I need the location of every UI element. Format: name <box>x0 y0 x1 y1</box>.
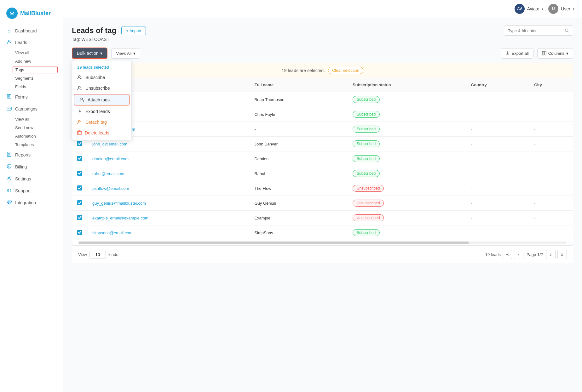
row-checkbox-cell[interactable] <box>72 151 87 166</box>
clear-selection-button[interactable]: Clear selection <box>328 67 363 74</box>
pagination-next-button[interactable]: › <box>546 250 556 259</box>
table-row: simpsons@email.com SimpSons Subscribed -… <box>72 225 573 240</box>
dropdown-selected-count: 19 leads selected <box>72 62 131 72</box>
dropdown-detach-tag[interactable]: Detach tag <box>72 117 131 128</box>
sidebar-sub-view-all-campaigns[interactable]: View all <box>0 115 63 123</box>
dropdown-subscribe[interactable]: Subscribe <box>72 72 131 83</box>
pagination-prev-button[interactable]: ‹ <box>514 250 523 259</box>
row-checkbox[interactable] <box>77 200 82 205</box>
dropdown-unsubscribe[interactable]: Unsubscribe <box>72 83 131 94</box>
row-checkbox[interactable] <box>77 141 82 146</box>
row-city: - <box>529 225 573 240</box>
email-link[interactable]: example_email@example.com <box>92 216 148 220</box>
email-link[interactable]: simpsons@email.com <box>92 230 132 235</box>
row-country: - <box>466 92 529 107</box>
sidebar-item-billing[interactable]: $ Billing <box>0 161 63 173</box>
table-row: psnflow@email.com The Flow Unsubscribed … <box>72 181 573 196</box>
email-link[interactable]: psnflow@email.com <box>92 186 129 191</box>
logo: MailBluster <box>0 5 63 25</box>
sidebar: MailBluster ⌂ Dashboard Leads View all A… <box>0 0 63 392</box>
row-name: Chris Fayle <box>249 107 348 122</box>
sidebar-item-support[interactable]: Support <box>0 185 63 197</box>
table-row: example_email@example.com Example Unsubs… <box>72 211 573 225</box>
status-badge: Unsubscribed <box>353 214 384 221</box>
sidebar-item-dashboard[interactable]: ⌂ Dashboard <box>0 25 63 37</box>
row-checkbox[interactable] <box>77 215 82 220</box>
view-filter-button[interactable]: View: All ▾ <box>111 48 140 59</box>
sidebar-sub-segments[interactable]: Segments <box>0 74 63 82</box>
scrollbar-thumb <box>78 241 469 244</box>
sidebar-sub-add-new[interactable]: Add new <box>0 57 63 65</box>
bulk-action-button[interactable]: Bulk action ▾ <box>72 48 107 59</box>
search-input[interactable] <box>508 28 562 33</box>
row-country: - <box>466 166 529 181</box>
sidebar-item-campaigns[interactable]: Campaigns <box>0 103 63 115</box>
email-link[interactable]: guy_genius@mailbluster.com <box>92 201 146 206</box>
account-switcher[interactable]: AV Aviato ▾ <box>515 4 544 14</box>
svg-point-1 <box>8 40 10 42</box>
columns-icon <box>542 51 546 55</box>
header-country: Country <box>466 78 529 92</box>
user-menu[interactable]: U User ▾ <box>548 4 574 14</box>
sidebar-sub-fields[interactable]: Fields <box>0 82 63 91</box>
status-badge: Subscribed <box>353 96 380 103</box>
leads-table: Email address Full name Subscription sta… <box>72 78 573 240</box>
columns-button[interactable]: Columns ▾ <box>537 48 573 59</box>
export-button[interactable]: Export all <box>501 48 533 59</box>
row-checkbox-cell[interactable] <box>72 211 87 225</box>
email-link[interactable]: rahul@email.com <box>92 171 124 176</box>
pagination-last-button[interactable]: » <box>557 250 567 259</box>
search-box[interactable] <box>504 26 573 36</box>
row-email: guy_genius@mailbluster.com <box>87 196 249 211</box>
row-status: Subscribed <box>348 151 466 166</box>
per-page-input[interactable] <box>89 251 106 258</box>
sidebar-item-integration[interactable]: 💎 Integration <box>0 197 63 208</box>
subscribe-icon <box>77 75 82 80</box>
columns-chevron-icon: ▾ <box>566 51 568 56</box>
sidebar-item-settings[interactable]: Settings <box>0 173 63 185</box>
row-checkbox[interactable] <box>77 185 82 190</box>
import-button[interactable]: + Import <box>121 26 146 35</box>
sidebar-sub-view-all[interactable]: View all <box>0 48 63 57</box>
dropdown-attach-tags[interactable]: Attach tags <box>74 94 130 105</box>
row-country: - <box>466 107 529 122</box>
row-email: damien@email.com <box>87 151 249 166</box>
row-name: Brian Thompson <box>249 92 348 107</box>
svg-point-19 <box>78 86 80 88</box>
pagination-leads-label: leads <box>108 252 118 257</box>
svg-rect-25 <box>78 131 81 135</box>
bulk-action-menu: 19 leads selected Subscribe Unsubscribe … <box>72 60 132 140</box>
row-checkbox[interactable] <box>77 171 82 176</box>
integration-icon: 💎 <box>6 200 12 206</box>
svg-point-24 <box>78 120 80 122</box>
sidebar-sub-automation[interactable]: Automation <box>0 132 63 140</box>
row-checkbox-cell[interactable] <box>72 225 87 240</box>
dropdown-delete-leads[interactable]: Delete leads <box>72 128 131 138</box>
row-checkbox[interactable] <box>77 156 82 161</box>
sidebar-item-forms[interactable]: Forms <box>0 91 63 103</box>
row-status: Subscribed <box>348 122 466 137</box>
reports-icon <box>6 152 12 158</box>
row-city: - <box>529 107 573 122</box>
email-link[interactable]: damien@email.com <box>92 156 129 161</box>
sidebar-item-leads[interactable]: Leads <box>0 37 63 48</box>
pagination-first-button[interactable]: « <box>503 250 512 259</box>
sidebar-sub-tags[interactable]: Tags <box>13 66 58 73</box>
sidebar-item-reports[interactable]: Reports <box>0 149 63 161</box>
email-link[interactable]: john_c@email.com <box>92 142 127 146</box>
row-checkbox-cell[interactable] <box>72 166 87 181</box>
dropdown-export-leads[interactable]: Export leads <box>72 106 131 117</box>
pagination: View leads 19 leads « ‹ Page 1/2 › » <box>72 246 573 263</box>
sidebar-sub-send-new[interactable]: Send new <box>0 123 63 132</box>
row-checkbox[interactable] <box>77 230 82 235</box>
sidebar-sub-templates[interactable]: Templates <box>0 140 63 149</box>
horizontal-scrollbar[interactable] <box>78 241 567 244</box>
status-badge: Subscribed <box>353 126 380 133</box>
row-email: example_email@example.com <box>87 211 249 225</box>
logo-text: MailBluster <box>20 10 51 17</box>
row-checkbox-cell[interactable] <box>72 181 87 196</box>
support-icon <box>6 188 12 194</box>
row-checkbox-cell[interactable] <box>72 196 87 211</box>
user-chevron-icon: ▾ <box>573 7 574 11</box>
detach-tag-icon <box>77 120 82 125</box>
